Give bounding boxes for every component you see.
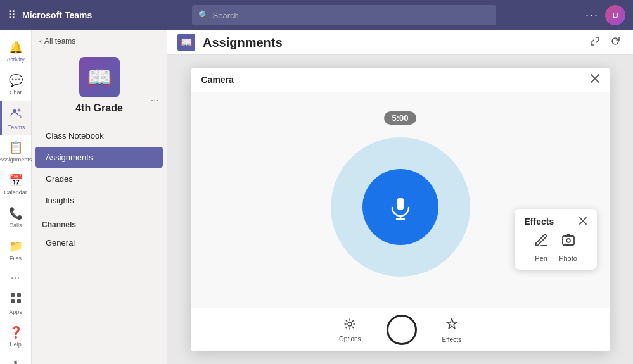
app-title: Microsoft Teams [22, 10, 92, 20]
more-icon: ··· [11, 272, 20, 282]
effects-options: Pen Photo [525, 233, 587, 262]
team-more-btn[interactable]: ··· [151, 95, 159, 106]
camera-close-btn[interactable] [591, 74, 599, 85]
svg-rect-13 [563, 236, 574, 245]
refresh-btn[interactable] [608, 34, 623, 51]
svg-rect-2 [11, 293, 15, 297]
team-card: 📖 4th Grade ··· [32, 52, 167, 122]
more-options-btn[interactable]: ··· [585, 9, 599, 22]
team-icon: 📖 [79, 57, 120, 97]
calendar-icon: 📅 [9, 173, 23, 187]
svg-point-15 [348, 322, 352, 326]
sidebar-item-calendar[interactable]: 📅 Calendar [0, 168, 31, 201]
svg-point-14 [566, 239, 570, 242]
effect-pen[interactable]: Pen [534, 233, 549, 262]
effects-close-btn[interactable] [579, 217, 587, 227]
camera-toolbar: Options Effects [191, 308, 610, 351]
sidebar-channel-general[interactable]: General [35, 232, 163, 253]
expand-btn[interactable] [587, 34, 603, 51]
effects-panel: Effects Pen [515, 209, 597, 270]
sidebar-item-teams[interactable]: Teams [0, 101, 31, 136]
options-label: Options [339, 336, 361, 342]
sidebar-item-assignments[interactable]: 📋 Assignments [0, 135, 31, 168]
svg-rect-3 [17, 293, 21, 297]
svg-rect-4 [11, 299, 15, 303]
effects-toolbar-icon [445, 317, 459, 334]
options-icon [343, 318, 356, 334]
sidebar-item-help[interactable]: ❓ Help [0, 320, 31, 353]
help-icon: ❓ [9, 325, 23, 339]
camera-modal-header: Camera [191, 68, 610, 92]
svg-point-1 [18, 108, 21, 111]
assignments-header-icon: 📖 [177, 34, 195, 51]
camera-modal-title: Camera [201, 75, 234, 85]
back-chevron-icon: ‹ [39, 37, 42, 46]
more-options-nav[interactable]: ··· [0, 267, 31, 287]
assignments-nav-icon: 📋 [9, 141, 23, 154]
pen-label: Pen [535, 254, 547, 262]
effects-title: Effects [525, 217, 554, 227]
sidebar-item-activity[interactable]: 🔔 Activity [0, 35, 31, 68]
svg-point-0 [13, 109, 16, 113]
page-title: Assignments [203, 35, 283, 50]
camera-body: 5:00 [191, 92, 610, 308]
sidebar-item-calls[interactable]: 📞 Calls [0, 201, 31, 234]
photo-icon [561, 233, 576, 252]
svg-rect-8 [397, 198, 404, 210]
effect-photo[interactable]: Photo [559, 233, 577, 262]
download-icon: ⬇ [11, 358, 20, 364]
camera-backdrop: Camera 5:00 [167, 55, 633, 364]
effects-toolbar-label: Effects [442, 336, 461, 343]
capture-btn-inner [390, 318, 413, 341]
team-name: 4th Grade [75, 103, 123, 114]
mic-outer-circle [331, 137, 470, 277]
sidebar-class-notebook[interactable]: Class Notebook [35, 125, 163, 146]
search-bar: 🔍 [192, 5, 496, 25]
options-btn[interactable]: Options [339, 318, 361, 342]
top-bar: ⠿ Microsoft Teams 🔍 ··· U [0, 0, 633, 30]
effects-toolbar-btn[interactable]: Effects [442, 317, 461, 343]
main-area: 🔔 Activity 💬 Chat Teams 📋 Assignments � [0, 30, 633, 364]
pen-icon [534, 233, 549, 252]
sidebar: ‹ All teams 📖 4th Grade ··· Class Notebo… [32, 30, 167, 364]
content-header: 📖 Assignments [167, 30, 633, 55]
nav-rail: 🔔 Activity 💬 Chat Teams 📋 Assignments � [0, 30, 32, 364]
search-input[interactable] [213, 11, 490, 20]
content-area: 📖 Assignments Camera [167, 30, 633, 364]
search-icon: 🔍 [198, 10, 209, 20]
back-to-teams-btn[interactable]: ‹ All teams [32, 30, 167, 52]
sidebar-item-apps[interactable]: Apps [0, 287, 31, 321]
mic-inner-circle[interactable] [362, 169, 438, 245]
teams-icon [10, 106, 23, 122]
svg-rect-5 [17, 299, 21, 303]
sidebar-item-download[interactable]: ⬇ [0, 353, 31, 364]
capture-btn[interactable] [387, 315, 417, 345]
top-right-actions: ··· U [585, 5, 625, 25]
files-icon: 📁 [9, 239, 23, 253]
apps-icon [10, 292, 22, 307]
sidebar-assignments[interactable]: Assignments [35, 147, 163, 168]
avatar[interactable]: U [605, 5, 625, 25]
waffle-icon[interactable]: ⠿ [8, 8, 16, 22]
activity-icon: 🔔 [9, 41, 23, 54]
camera-modal: Camera 5:00 [191, 68, 610, 351]
photo-label: Photo [559, 254, 577, 262]
effects-header: Effects [525, 217, 587, 227]
sidebar-item-files[interactable]: 📁 Files [0, 234, 31, 267]
chat-icon: 💬 [9, 73, 23, 87]
sidebar-grades[interactable]: Grades [35, 168, 163, 189]
channels-section-header: Channels [32, 214, 167, 232]
header-actions [587, 34, 623, 51]
sidebar-item-chat[interactable]: 💬 Chat [0, 68, 31, 101]
sidebar-insights[interactable]: Insights [35, 190, 163, 211]
calls-icon: 📞 [9, 206, 23, 220]
timer-badge: 5:00 [384, 111, 416, 125]
